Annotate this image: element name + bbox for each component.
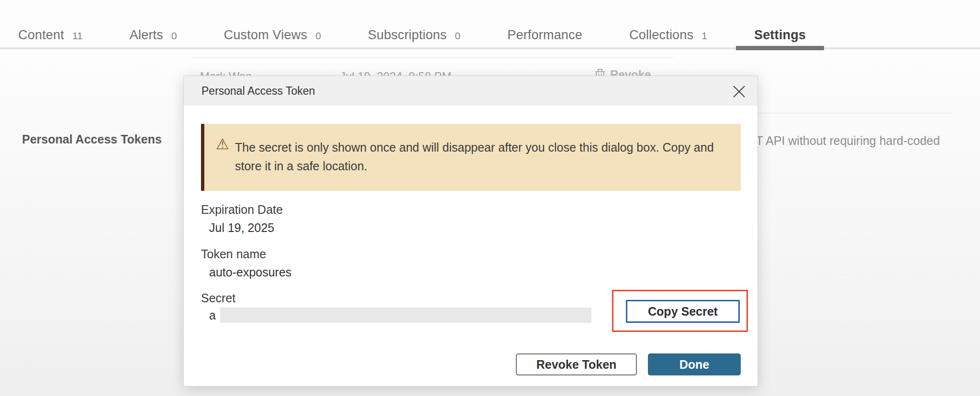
dialog-header: Personal Access Token [184,76,757,106]
revoke-token-button[interactable]: Revoke Token [516,353,637,375]
warning-triangle-icon: ⚠ [216,135,229,153]
dialog-title: Personal Access Token [201,76,315,106]
tab-settings[interactable]: Settings [736,28,824,47]
warning-banner: ⚠ The secret is only shown once and will… [201,124,741,191]
tab-bar: Content 11 Alerts 0 Custom Views 0 Subsc… [0,0,980,49]
table-row-divider [191,57,674,58]
secret-value-row: a [209,308,591,323]
secret-redacted-bar [220,308,591,323]
tab-subscriptions[interactable]: Subscriptions 0 [350,28,479,47]
page: Mark Wan Jul 19, 2024, 9:58 PM Revoke Pe… [0,0,980,396]
secret-label: Secret [201,291,235,305]
tab-label: Custom Views [224,28,307,43]
tab-collections[interactable]: Collections 1 [611,28,725,47]
copy-secret-button[interactable]: Copy Secret [626,300,740,323]
tab-performance[interactable]: Performance [489,28,601,47]
tab-label: Performance [507,28,582,43]
tab-label: Settings [754,28,806,43]
tab-count: 1 [702,30,707,42]
token-name-value: auto-exposures [209,265,291,279]
tab-label: Alerts [130,28,163,43]
expiration-date-value: Jul 19, 2025 [209,221,274,235]
pat-description-text: ST API without requiring hard-coded [748,134,940,148]
tab-count: 0 [455,30,461,42]
tab-count: 11 [72,30,83,42]
personal-access-token-dialog: Personal Access Token ⚠ The secret is on… [183,76,758,386]
tab-label: Subscriptions [368,28,447,43]
tab-count: 0 [171,30,177,42]
close-button[interactable] [731,83,747,99]
warning-text: The secret is only shown once and will d… [235,138,716,176]
tab-count: 0 [315,30,321,42]
secret-visible-char: a [209,308,216,323]
tab-custom-views[interactable]: Custom Views 0 [206,28,339,47]
tab-label: Collections [629,28,693,43]
tab-content[interactable]: Content 11 [0,28,101,47]
expiration-date-label: Expiration Date [201,203,283,217]
personal-access-tokens-label: Personal Access Tokens [22,132,162,146]
tab-alerts[interactable]: Alerts 0 [111,28,195,47]
done-button[interactable]: Done [648,353,741,375]
close-icon [733,85,746,98]
tab-label: Content [18,28,64,43]
token-name-label: Token name [201,247,266,261]
